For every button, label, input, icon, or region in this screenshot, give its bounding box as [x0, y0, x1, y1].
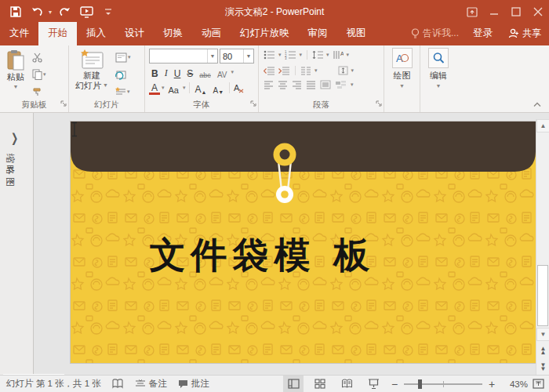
- drawing-dropdown-icon[interactable]: ▼: [399, 83, 405, 89]
- redo-icon[interactable]: [55, 3, 74, 20]
- slide-canvas[interactable]: 文件袋模 板: [71, 122, 536, 363]
- justify-icon[interactable]: [306, 81, 316, 89]
- slide-title-text[interactable]: 文件袋模 板: [149, 231, 375, 280]
- paragraph-dialog-launcher-icon[interactable]: [376, 98, 382, 110]
- change-case-dropdown-icon[interactable]: ▾: [183, 85, 186, 91]
- save-icon[interactable]: [6, 3, 25, 20]
- tab-home[interactable]: 开始: [38, 22, 77, 45]
- slideshow-view-button[interactable]: [363, 376, 384, 392]
- text-direction-dropdown-icon[interactable]: ▾: [347, 52, 350, 58]
- scroll-up-icon[interactable]: ▲: [536, 119, 549, 132]
- strikethrough-button[interactable]: S: [184, 65, 195, 79]
- text-shadow-button[interactable]: abc: [197, 65, 213, 79]
- expand-thumbnails-icon[interactable]: ❯: [11, 131, 18, 145]
- bullets-dropdown-icon[interactable]: ▾: [278, 52, 282, 58]
- comments-button[interactable]: 批注: [178, 378, 209, 390]
- customize-quick-access-icon[interactable]: [99, 3, 118, 20]
- scroll-down-icon[interactable]: ▼: [536, 328, 549, 341]
- font-color-button[interactable]: A: [149, 81, 160, 95]
- columns-dropdown-icon[interactable]: ▾: [314, 67, 318, 74]
- close-icon[interactable]: [527, 0, 549, 24]
- share-button[interactable]: 共享: [500, 22, 549, 45]
- tell-me-box[interactable]: 告诉我...: [405, 22, 465, 45]
- zoom-out-icon[interactable]: −: [390, 378, 399, 390]
- maximize-icon[interactable]: [505, 0, 527, 24]
- slide-sorter-view-button[interactable]: [310, 376, 330, 392]
- sign-in-button[interactable]: 登录: [465, 22, 500, 45]
- zoom-in-icon[interactable]: +: [487, 378, 496, 390]
- zoom-slider-thumb[interactable]: [418, 379, 422, 389]
- collapse-ribbon-icon[interactable]: [533, 99, 541, 110]
- change-case-button[interactable]: Aa: [166, 81, 181, 95]
- reset-button[interactable]: [114, 67, 133, 82]
- tab-transitions[interactable]: 切换: [154, 22, 192, 45]
- undo-icon[interactable]: [28, 3, 47, 20]
- tab-design[interactable]: 设计: [115, 22, 154, 45]
- shrink-font-button[interactable]: A▼: [210, 81, 226, 95]
- tab-slideshow[interactable]: 幻灯片放映: [231, 22, 299, 45]
- reading-view-button[interactable]: [336, 376, 357, 392]
- section-dropdown-icon[interactable]: ▾: [127, 89, 130, 95]
- font-name-combobox[interactable]: ▼: [149, 49, 218, 64]
- line-spacing-dropdown-icon[interactable]: ▾: [326, 52, 329, 58]
- italic-button[interactable]: I: [162, 65, 170, 79]
- columns-icon[interactable]: [300, 67, 311, 75]
- convert-smartart-icon[interactable]: [335, 80, 347, 89]
- section-button[interactable]: ▾: [114, 85, 133, 99]
- notes-button[interactable]: 备注: [135, 378, 167, 390]
- font-color-dropdown-icon[interactable]: ▾: [162, 85, 165, 91]
- clear-formatting-icon[interactable]: A: [233, 82, 244, 93]
- undo-dropdown-icon[interactable]: ▾: [49, 9, 52, 16]
- tab-view[interactable]: 视图: [337, 22, 376, 45]
- character-spacing-button[interactable]: AV: [215, 65, 230, 79]
- grow-font-button[interactable]: A▲: [193, 81, 209, 95]
- convert-smartart-dropdown-icon[interactable]: ▾: [351, 82, 354, 88]
- tab-file[interactable]: 文件: [0, 22, 38, 45]
- copy-button[interactable]: ▾: [31, 67, 48, 82]
- tab-animations[interactable]: 动画: [192, 22, 231, 45]
- copy-dropdown-icon[interactable]: ▾: [43, 71, 46, 78]
- scrollbar-thumb[interactable]: [537, 265, 548, 326]
- align-text-icon[interactable]: [338, 66, 348, 75]
- new-slide-button[interactable]: 新建 幻灯片▼: [72, 48, 111, 99]
- zoom-slider[interactable]: [404, 383, 482, 385]
- bold-button[interactable]: B: [149, 65, 161, 79]
- format-painter-button[interactable]: [31, 85, 48, 99]
- numbering-dropdown-icon[interactable]: ▾: [300, 52, 303, 58]
- clipboard-dialog-launcher-icon[interactable]: [60, 98, 67, 110]
- thumbnail-pane-collapsed[interactable]: ❯ 缩略图: [0, 113, 34, 375]
- editing-button[interactable]: 编辑 ▼: [420, 45, 456, 89]
- drawing-button[interactable]: A 绘图 ▼: [384, 45, 420, 89]
- character-spacing-dropdown-icon[interactable]: ▾: [231, 69, 234, 75]
- new-slide-dropdown-icon[interactable]: ▼: [103, 81, 108, 90]
- fit-slide-to-window-icon[interactable]: [533, 379, 544, 389]
- text-direction-icon[interactable]: A: [333, 50, 344, 60]
- paste-button[interactable]: 粘贴 ▼: [3, 48, 28, 99]
- numbering-icon[interactable]: 123: [285, 50, 296, 60]
- minimize-icon[interactable]: [483, 0, 505, 24]
- font-size-combobox[interactable]: 80 ▼: [220, 49, 254, 64]
- start-slideshow-icon[interactable]: [77, 3, 96, 20]
- cut-button[interactable]: [31, 50, 48, 64]
- align-left-icon[interactable]: [264, 81, 274, 89]
- bullets-icon[interactable]: [264, 50, 275, 60]
- tab-insert[interactable]: 插入: [77, 22, 115, 45]
- font-size-dropdown-icon[interactable]: ▼: [243, 49, 253, 63]
- font-name-dropdown-icon[interactable]: ▼: [207, 49, 217, 63]
- align-text-dropdown-icon[interactable]: ▾: [351, 67, 354, 74]
- vertical-scrollbar[interactable]: ▲ ▼ ▲▲ ▼▼: [536, 119, 549, 375]
- editing-dropdown-icon[interactable]: ▼: [436, 83, 442, 89]
- previous-slide-button[interactable]: ▲▲: [538, 347, 548, 358]
- paste-dropdown-icon[interactable]: ▼: [13, 82, 19, 92]
- distribute-icon[interactable]: [320, 80, 331, 89]
- increase-indent-icon[interactable]: [278, 67, 290, 75]
- normal-view-button[interactable]: [283, 376, 304, 392]
- layout-dropdown-icon[interactable]: ▾: [128, 54, 131, 60]
- next-slide-button[interactable]: ▼▼: [538, 363, 548, 374]
- align-right-icon[interactable]: [292, 81, 302, 89]
- layout-button[interactable]: ▾: [114, 50, 133, 64]
- decrease-indent-icon[interactable]: [264, 67, 275, 75]
- ribbon-display-options-icon[interactable]: [461, 0, 483, 24]
- line-spacing-icon[interactable]: [312, 50, 323, 60]
- font-dialog-launcher-icon[interactable]: [250, 98, 256, 110]
